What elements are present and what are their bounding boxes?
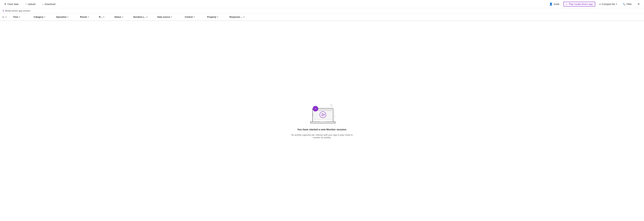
play-model-driven-app-button[interactable]: ▷ Play model-driven app	[564, 2, 595, 7]
empty-state: + + +	[0, 21, 644, 218]
monitor-illustration: + + +	[305, 100, 339, 124]
chevron-down-icon: ∨	[5, 16, 7, 18]
chevron-down-icon: ∨	[19, 16, 20, 18]
chevron-down-icon: ∨	[171, 16, 172, 18]
toolbar: ✕ Clear data ↑ Upload ↓ Download 👤 Invit…	[0, 0, 644, 8]
session-bar: ℹ Model-driven app session	[0, 8, 644, 13]
chevron-down-icon: ∨	[193, 16, 195, 18]
col-header-operation[interactable]: Operation ∨	[54, 16, 79, 18]
download-icon: ↓	[42, 3, 44, 6]
col-header-control[interactable]: Control ∨	[184, 16, 206, 18]
person-icon: 👤	[549, 3, 553, 6]
toolbar-left: ✕ Clear data ↑ Upload ↓ Download	[3, 2, 57, 6]
col-header-status[interactable]: Status ∨	[113, 16, 132, 18]
download-button[interactable]: ↓ Download	[41, 2, 57, 6]
compact-list-button[interactable]: ≡ Compact list ▾	[598, 2, 618, 6]
clear-data-button[interactable]: ✕ Clear data	[3, 2, 20, 6]
invite-button[interactable]: 👤 Invite	[548, 2, 561, 6]
svg-text:+: +	[334, 115, 336, 117]
col-header-time[interactable]: Time ∨	[12, 16, 32, 18]
toolbar-right: 👤 Invite ▷ Play model-driven app ≡ Compa…	[548, 2, 641, 7]
filter-button[interactable]: 🔍 Filter	[621, 2, 633, 6]
search-icon: 🔍	[622, 3, 626, 6]
svg-rect-13	[320, 121, 326, 122]
chevron-down-icon: ▾	[616, 3, 617, 5]
upload-icon: ↑	[26, 3, 27, 6]
chevron-down-icon: ∨	[217, 16, 218, 18]
col-header-datasource[interactable]: Data source ∨	[156, 16, 184, 18]
col-header-r[interactable]: R... ∨	[98, 16, 113, 18]
list-icon: ≡	[599, 3, 601, 6]
chevron-down-icon: ∨	[146, 16, 148, 18]
empty-state-subtitle: No activity captured yet. Interact with …	[288, 134, 356, 139]
close-window-button[interactable]: ✕	[636, 2, 641, 7]
chevron-down-icon: ∨	[243, 16, 245, 18]
upload-button[interactable]: ↑ Upload	[24, 2, 37, 6]
session-label: Model-driven app session	[5, 10, 30, 12]
chevron-down-icon: ∨	[44, 16, 45, 18]
col-header-response[interactable]: Response ... ∨	[228, 16, 256, 18]
info-icon: ℹ	[3, 9, 4, 12]
col-header-category[interactable]: Category ∨	[32, 16, 54, 18]
play-icon: ▷	[566, 3, 568, 6]
col-header-duration[interactable]: Duration (... ∨	[132, 16, 156, 18]
empty-state-title: You have started a new Monitor session.	[297, 128, 347, 131]
chevron-down-icon: ∨	[88, 16, 89, 18]
col-header-property[interactable]: Property ∨	[206, 16, 228, 18]
chevron-down-icon: ∨	[122, 16, 123, 18]
chevron-down-icon: ∨	[103, 16, 104, 18]
svg-text:+: +	[330, 103, 332, 106]
column-headers: I.. ∨ Time ∨ Category ∨ Operation ∨ Resu…	[0, 13, 644, 21]
col-header-result[interactable]: Result ∨	[79, 16, 98, 18]
close-icon: ✕	[4, 3, 6, 6]
close-icon: ✕	[637, 3, 640, 6]
col-header-id[interactable]: I.. ∨	[1, 16, 12, 18]
svg-text:+: +	[314, 107, 316, 110]
chevron-down-icon: ∨	[67, 16, 68, 18]
